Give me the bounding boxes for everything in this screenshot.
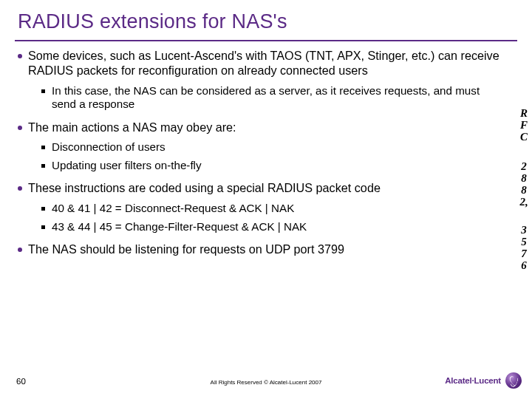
- bullet-2: The main actions a NAS may obey are: Dis…: [18, 120, 502, 173]
- content-area: Some devices, such as Lucent-Ascend's wi…: [18, 49, 502, 266]
- side-group-rfc: R F C: [519, 108, 529, 143]
- bullet-2-text: The main actions a NAS may obey are:: [28, 120, 236, 134]
- bullet-3-text: These instructions are coded using a spe…: [28, 181, 381, 194]
- bullet-1: Some devices, such as Lucent-Ascend's wi…: [18, 49, 502, 112]
- brand-text: Alcatel·Lucent: [445, 376, 501, 385]
- footer: 60 All Rights Reserved © Alcatel-Lucent …: [0, 366, 532, 399]
- bullet-3-sub-1: 40 & 41 | 42 = Disconnect-Request & ACK …: [41, 202, 502, 216]
- bullet-4-text: The NAS should be listening for requests…: [28, 242, 344, 256]
- brand-logo-icon: [505, 372, 522, 389]
- bullet-3: These instructions are coded using a spe…: [18, 181, 502, 233]
- bullet-3-sub-2: 43 & 44 | 45 = Change-Filter-Request & A…: [41, 220, 502, 234]
- slide: RADIUS extensions for NAS's Some devices…: [0, 0, 532, 399]
- side-group-2882: 2 8 8 2,: [519, 161, 529, 208]
- side-column: R F C 2 8 8 2, 3 5 7 6: [519, 108, 529, 272]
- bullet-2-sub-1: Disconnection of users: [41, 140, 502, 154]
- bullet-1-text: Some devices, such as Lucent-Ascend's wi…: [28, 49, 499, 77]
- bullet-1-sub-1: In this case, the NAS can be considered …: [41, 84, 502, 112]
- brand: Alcatel·Lucent: [445, 372, 522, 389]
- title-rule: [15, 40, 517, 41]
- slide-title: RADIUS extensions for NAS's: [18, 10, 287, 33]
- bullet-2-sub-2: Updating user filters on-the-fly: [41, 159, 502, 173]
- bullet-4: The NAS should be listening for requests…: [18, 242, 502, 257]
- side-group-3576: 3 5 7 6: [519, 225, 529, 272]
